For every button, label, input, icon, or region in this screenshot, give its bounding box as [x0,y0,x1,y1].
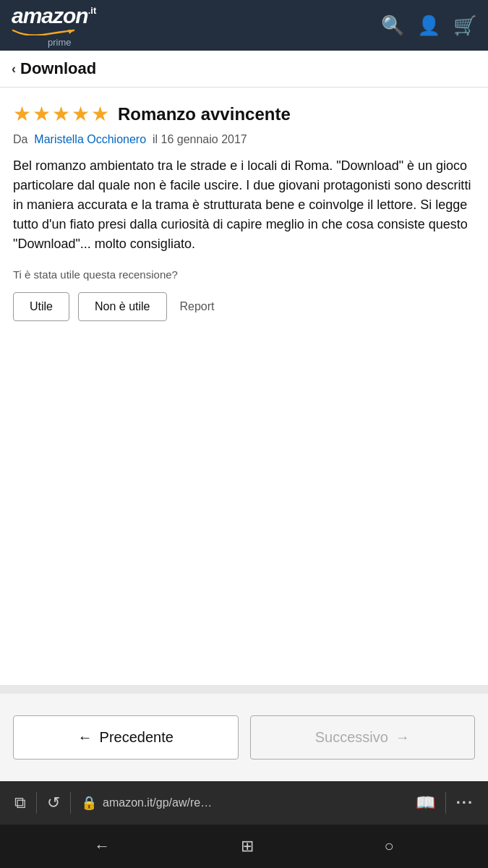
browser-url-text: amazon.it/gp/aw/re… [103,796,212,809]
more-options-icon[interactable]: ··· [456,793,474,812]
sys-back-icon[interactable]: ← [94,837,110,856]
author-name-link[interactable]: Maristella Occhionero [34,133,146,145]
copy-icon[interactable]: ⧉ [14,793,26,812]
star-rating: ★★★★★ [13,102,111,126]
back-arrow-icon[interactable]: ‹ [12,61,16,77]
review-date: il 16 gennaio 2017 [153,133,247,145]
browser-url-row: 🔒 amazon.it/gp/aw/re… [81,795,406,811]
next-button[interactable]: Successivo → [250,715,476,760]
back-nav-bar[interactable]: ‹ Download [0,51,488,88]
logo-suffix: .it [88,5,97,16]
not-useful-button[interactable]: Non è utile [78,292,167,321]
main-content: ★★★★★ Romanzo avvincente Da Maristella O… [0,88,488,685]
prime-label: prime [48,37,72,48]
useful-button[interactable]: Utile [13,292,69,321]
browser-separator [36,792,37,814]
prev-label: Precedente [100,729,174,746]
review-title: Romanzo avvincente [118,104,291,124]
review-title-row: ★★★★★ Romanzo avvincente [13,102,475,126]
author-prefix: Da [13,133,27,145]
next-label: Successivo [315,729,388,746]
author-line: Da Maristella Occhionero il 16 gennaio 2… [13,133,475,146]
prev-button[interactable]: ← Precedente [13,715,239,760]
next-arrow-icon: → [395,729,410,746]
helpful-question: Ti è stata utile questa recensione? [13,268,475,281]
account-icon[interactable]: 👤 [417,14,440,37]
browser-bar: ⧉ ↺ 🔒 amazon.it/gp/aw/re… 📖 ··· [0,781,488,825]
browser-separator-2 [70,792,71,814]
app-header: amazon .it prime 🔍 👤 🛒 [0,0,488,51]
logo-text: amazon [12,4,88,28]
section-divider [0,685,488,694]
book-icon[interactable]: 📖 [416,793,435,812]
search-icon[interactable]: 🔍 [381,14,404,37]
reload-icon[interactable]: ↺ [47,793,60,812]
amazon-logo[interactable]: amazon .it prime [12,4,96,48]
sys-search-icon[interactable]: ○ [384,837,393,856]
report-link[interactable]: Report [180,300,215,313]
review-body: Bel romanzo ambientato tra le strade e i… [13,156,475,254]
header-icons: 🔍 👤 🛒 [381,14,476,37]
browser-separator-3 [445,792,446,814]
lock-icon: 🔒 [81,795,97,811]
sys-home-icon[interactable]: ⊞ [241,837,254,856]
prev-arrow-icon: ← [78,729,93,746]
nav-section: ← Precedente Successivo → [0,694,488,781]
back-nav-label: Download [20,59,96,78]
amazon-smile-svg [12,28,75,35]
cart-icon[interactable]: 🛒 [453,14,476,37]
vote-buttons-row: Utile Non è utile Report [13,292,475,321]
system-nav-bar: ← ⊞ ○ [0,825,488,868]
svg-marker-0 [68,30,74,34]
